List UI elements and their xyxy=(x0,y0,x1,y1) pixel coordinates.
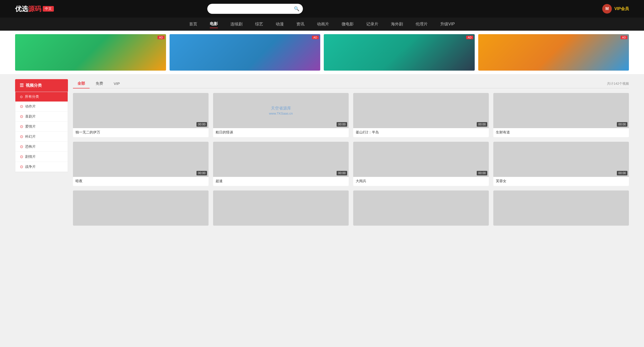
video-duration-2: 00:00 xyxy=(477,122,487,127)
video-thumb-7: 00:00 xyxy=(493,142,629,177)
list-icon: ☰ xyxy=(20,83,24,88)
nav-item-电影[interactable]: 电影 xyxy=(210,20,218,28)
sidebar: ☰ 视频分类 ⊙ 所有分类 ⊙动作片⊙喜剧片⊙爱情片⊙科幻片⊙恐怖片⊙剧情片⊙战… xyxy=(15,79,68,226)
header: 优选源码 中文 🔍 M VIP会员 xyxy=(0,0,644,18)
play-circle-icon: ⊙ xyxy=(20,144,23,149)
video-thumb-4: 00:00 xyxy=(73,142,209,177)
nav-item-伦理片[interactable]: 伦理片 xyxy=(416,21,428,28)
video-duration-5: 00:00 xyxy=(337,171,347,175)
video-card-9[interactable] xyxy=(213,190,349,226)
nav-item-微电影[interactable]: 微电影 xyxy=(342,21,354,28)
video-title-3: 生财有道 xyxy=(493,128,629,137)
sidebar-title: 视频分类 xyxy=(26,83,42,88)
sidebar-item-动作片[interactable]: ⊙动作片 xyxy=(15,102,68,112)
video-thumb-1: 天空省源库www.TKSaas.cn00:00 xyxy=(213,93,349,128)
video-thumb-8 xyxy=(73,190,209,226)
nav-item-连续剧[interactable]: 连续剧 xyxy=(230,21,243,28)
play-circle-icon: ⊙ xyxy=(20,124,23,129)
ad-badge-2: AD xyxy=(312,36,319,39)
video-card-2[interactable]: 00:00釜山行2：半岛 xyxy=(353,93,489,137)
ad-badge-1: AD xyxy=(157,36,164,39)
video-duration-3: 00:00 xyxy=(617,122,627,127)
video-card-5[interactable]: 00:00超速 xyxy=(213,142,349,186)
video-card-7[interactable]: 00:00芙蓉女 xyxy=(493,142,629,186)
banner-section: AD AD AD AD xyxy=(0,31,644,74)
search-input[interactable] xyxy=(207,4,303,14)
video-title-4: 暗夜 xyxy=(73,177,209,186)
video-card-8[interactable] xyxy=(73,190,209,226)
banner-ad-3[interactable]: AD xyxy=(324,34,475,71)
sidebar-item-科幻片[interactable]: ⊙科幻片 xyxy=(15,132,68,142)
search-icon[interactable]: 🔍 xyxy=(294,6,299,12)
video-card-11[interactable] xyxy=(493,190,629,226)
banner-ad-1[interactable]: AD xyxy=(15,34,166,71)
ad-badge-3: AD xyxy=(466,36,473,39)
sidebar-item-恐怖片[interactable]: ⊙恐怖片 xyxy=(15,142,68,152)
vip-area: M VIP会员 xyxy=(602,4,629,14)
video-title-0: 独一无二的伊万 xyxy=(73,128,209,137)
video-thumb-9 xyxy=(213,190,349,226)
video-card-10[interactable] xyxy=(353,190,489,226)
nav-item-升级VIP[interactable]: 升级VIP xyxy=(440,21,455,28)
play-circle-icon: ⊙ xyxy=(20,104,23,109)
video-thumb-11 xyxy=(493,190,629,226)
video-card-4[interactable]: 00:00暗夜 xyxy=(73,142,209,186)
play-circle-icon: ⊙ xyxy=(20,164,23,169)
video-thumb-2: 00:00 xyxy=(353,93,489,128)
video-thumb-0: 00:00 xyxy=(73,93,209,128)
video-card-0[interactable]: 00:00独一无二的伊万 xyxy=(73,93,209,137)
video-card-6[interactable]: 00:00大阅兵 xyxy=(353,142,489,186)
main-content: ☰ 视频分类 ⊙ 所有分类 ⊙动作片⊙喜剧片⊙爱情片⊙科幻片⊙恐怖片⊙剧情片⊙战… xyxy=(0,74,644,231)
nav-item-资讯[interactable]: 资讯 xyxy=(296,21,304,28)
sidebar-all-categories[interactable]: ⊙ 所有分类 xyxy=(15,92,68,102)
nav-item-综艺[interactable]: 综艺 xyxy=(255,21,263,28)
filter-tabs: 全部免费VIP共计142个视频 xyxy=(73,79,629,88)
video-title-1: 粗日的怪谈 xyxy=(213,128,349,137)
play-circle-icon: ⊙ xyxy=(20,114,23,119)
play-circle-icon: ⊙ xyxy=(20,95,23,99)
video-grid: 00:00独一无二的伊万天空省源库www.TKSaas.cn00:00粗日的怪谈… xyxy=(73,93,629,226)
sidebar-header: ☰ 视频分类 xyxy=(15,79,68,92)
sidebar-item-战争片[interactable]: ⊙战争片 xyxy=(15,162,68,172)
video-duration-6: 00:00 xyxy=(477,171,487,175)
tab-免费[interactable]: 免费 xyxy=(91,79,108,88)
sidebar-item-爱情片[interactable]: ⊙爱情片 xyxy=(15,122,68,132)
video-duration-1: 00:00 xyxy=(337,122,347,127)
video-thumb-10 xyxy=(353,190,489,226)
video-thumb-6: 00:00 xyxy=(353,142,489,177)
sidebar-body: ⊙ 所有分类 ⊙动作片⊙喜剧片⊙爱情片⊙科幻片⊙恐怖片⊙剧情片⊙战争片 xyxy=(15,92,68,172)
vip-avatar: M xyxy=(602,4,612,14)
video-content: 全部免费VIP共计142个视频 00:00独一无二的伊万天空省源库www.TKS… xyxy=(73,79,629,226)
nav-item-记录片[interactable]: 记录片 xyxy=(366,21,378,28)
video-duration-0: 00:00 xyxy=(196,122,207,127)
nav-item-海外剧[interactable]: 海外剧 xyxy=(391,21,403,28)
video-duration-7: 00:00 xyxy=(617,171,627,175)
nav-item-首页[interactable]: 首页 xyxy=(189,21,197,28)
video-title-2: 釜山行2：半岛 xyxy=(353,128,489,137)
banner-ad-2[interactable]: AD xyxy=(170,34,320,71)
video-title-6: 大阅兵 xyxy=(353,177,489,186)
watermark-1: 天空省源库www.TKSaas.cn xyxy=(269,106,293,115)
video-card-1[interactable]: 天空省源库www.TKSaas.cn00:00粗日的怪谈 xyxy=(213,93,349,137)
total-count: 共计142个视频 xyxy=(607,81,629,86)
logo-text: 优选源码 xyxy=(15,5,41,13)
logo: 优选源码 中文 xyxy=(15,5,54,13)
video-duration-4: 00:00 xyxy=(196,171,207,175)
nav-item-动画片[interactable]: 动画片 xyxy=(317,21,329,28)
tab-全部[interactable]: 全部 xyxy=(73,79,90,88)
play-circle-icon: ⊙ xyxy=(20,154,23,159)
banner-ad-4[interactable]: AD xyxy=(478,34,629,71)
nav-item-动漫[interactable]: 动漫 xyxy=(276,21,284,28)
search-bar: 🔍 xyxy=(207,4,303,14)
vip-label[interactable]: VIP会员 xyxy=(614,6,629,12)
sidebar-item-喜剧片[interactable]: ⊙喜剧片 xyxy=(15,112,68,122)
video-card-3[interactable]: 00:00生财有道 xyxy=(493,93,629,137)
play-circle-icon: ⊙ xyxy=(20,134,23,139)
logo-badge: 中文 xyxy=(43,6,54,12)
sidebar-item-剧情片[interactable]: ⊙剧情片 xyxy=(15,152,68,162)
tab-VIP[interactable]: VIP xyxy=(109,79,124,88)
video-title-7: 芙蓉女 xyxy=(493,177,629,186)
video-title-5: 超速 xyxy=(213,177,349,186)
video-thumb-3: 00:00 xyxy=(493,93,629,128)
video-thumb-5: 00:00 xyxy=(213,142,349,177)
